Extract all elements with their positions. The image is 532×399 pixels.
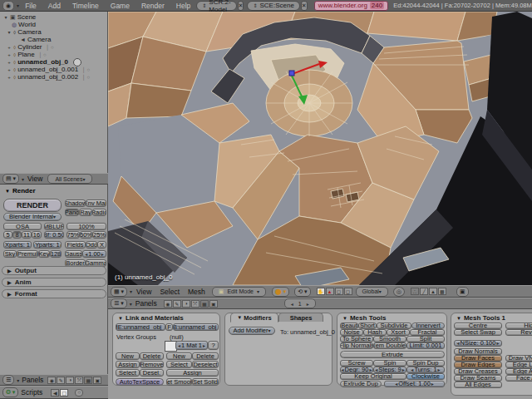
fields-toggle[interactable]: Fields bbox=[65, 241, 86, 249]
vgroup-delete-button[interactable]: Delete bbox=[140, 352, 164, 360]
vgroup-assign-button[interactable]: Assign bbox=[116, 361, 140, 368]
menu-collapse-icon[interactable]: ▾ bbox=[130, 301, 132, 307]
steps-stepper[interactable]: ◂ Steps: 9 ▸ bbox=[373, 367, 406, 373]
fields-x-toggle[interactable]: X bbox=[97, 241, 106, 249]
material-assign-button[interactable]: Assign bbox=[166, 369, 219, 377]
mesh-name-field[interactable]: ME:unnamed_obj_0 bbox=[116, 323, 165, 331]
xsort-button[interactable]: Xsort bbox=[387, 329, 410, 336]
osa-toggle[interactable]: OSA bbox=[3, 223, 42, 230]
tab-modifiers[interactable]: ▼ Modifiers bbox=[230, 313, 278, 323]
screen-delete-button[interactable]: ✕ bbox=[238, 1, 244, 11]
vgroup-deselect-button[interactable]: Desel. bbox=[140, 369, 164, 377]
draw-creases-toggle[interactable]: Draw Creases bbox=[454, 368, 502, 375]
window-type-icon[interactable]: ▤ ▾ bbox=[2, 174, 19, 184]
stepper-right-icon[interactable]: ▸ bbox=[437, 367, 441, 372]
menu-add[interactable]: Add bbox=[42, 2, 66, 10]
outliner-row[interactable]: + ⬨ unnamed_obj_0.002 │ ○ bbox=[7, 73, 90, 81]
limit-stepper[interactable]: Limit: 0.001 bbox=[406, 342, 445, 349]
output-panel-collapsed[interactable]: ▶ Output bbox=[2, 266, 106, 275]
context-shading-icon[interactable]: ◑ bbox=[66, 377, 74, 384]
draw-seams-toggle[interactable]: Draw Seams bbox=[454, 375, 502, 382]
menu-timeline[interactable]: Timeline bbox=[66, 2, 105, 10]
spin-button[interactable]: Spin bbox=[373, 360, 406, 367]
size-75-button[interactable]: 75% bbox=[66, 231, 80, 239]
vgroup-remove-button[interactable]: Remove bbox=[140, 361, 164, 368]
collapse-icon[interactable]: ▾ bbox=[7, 29, 12, 35]
hash-button[interactable]: Hash bbox=[363, 329, 387, 336]
manipulator-translate-icon[interactable]: ▲ bbox=[326, 288, 334, 295]
stepper-right-icon[interactable]: ▸ bbox=[431, 382, 435, 387]
manipulator-center-handle[interactable] bbox=[289, 71, 294, 76]
odd-toggle[interactable]: Odd bbox=[86, 241, 97, 249]
outliner-row[interactable]: ▾ ⬨ Camera bbox=[7, 28, 42, 36]
outliner-row[interactable]: ▾ ▣ Scene bbox=[3, 13, 36, 21]
turns-stepper[interactable]: ◂ Turns: 1 ▸ bbox=[406, 367, 445, 373]
size-25-button[interactable]: 25% bbox=[92, 231, 106, 239]
window-type-icon[interactable]: ☰ bbox=[2, 375, 14, 385]
hide-button[interactable]: Hide bbox=[505, 323, 532, 329]
osa-11-button[interactable]: 11 bbox=[22, 231, 32, 239]
outliner-row[interactable]: + ⬨ Cylinder │ ○ bbox=[7, 43, 54, 51]
pivot-icon[interactable]: ⟲ ▾ bbox=[294, 287, 310, 297]
draw-faces-toggle[interactable]: Draw Faces bbox=[454, 355, 502, 362]
panels-menu[interactable]: Panels bbox=[135, 299, 157, 308]
draw-edges-toggle[interactable]: Draw Edges bbox=[454, 362, 502, 368]
context-editing-icon[interactable]: ▦ bbox=[84, 377, 92, 384]
material-question-button[interactable]: ? bbox=[208, 341, 219, 350]
radio-toggle[interactable]: Radio bbox=[92, 209, 106, 216]
object-name-field[interactable]: OB:unnamed_obj_0 bbox=[173, 323, 219, 331]
centre-button[interactable]: Centre bbox=[454, 323, 502, 329]
version-button[interactable]: www.blender.org 240 bbox=[314, 1, 389, 11]
menu-render[interactable]: Render bbox=[135, 2, 170, 10]
draw-type-icon[interactable]: ⬤ ▾ bbox=[272, 287, 289, 297]
autotexspace-toggle[interactable]: AutoTexSpace bbox=[116, 378, 164, 386]
size-50-button[interactable]: 50% bbox=[80, 231, 92, 239]
degr-stepper[interactable]: ◂ Degr: 90 ▸ bbox=[340, 367, 373, 373]
short-toggle[interactable]: Short bbox=[358, 323, 377, 329]
stepper-right-icon[interactable]: ▸ bbox=[495, 341, 500, 346]
expand-icon[interactable]: + bbox=[7, 75, 12, 80]
outliner-row[interactable]: + ⬨ unnamed_obj_0.001 │ ○ bbox=[7, 66, 90, 73]
osa-5-button[interactable]: 5 bbox=[3, 231, 12, 239]
context-script-icon[interactable]: ✎ bbox=[173, 300, 181, 308]
panels-menu[interactable]: Panels bbox=[22, 376, 43, 384]
viewport-menu-view[interactable]: View bbox=[136, 288, 151, 296]
context-editing-icon[interactable]: ▦ bbox=[200, 300, 209, 308]
panel-expand-icon[interactable]: ▶ bbox=[7, 268, 12, 273]
fake-user-button[interactable]: F bbox=[165, 323, 173, 331]
context-logic-icon[interactable]: ◉ bbox=[164, 300, 172, 308]
sky-toggle[interactable]: Sky bbox=[3, 250, 17, 258]
beaut-toggle[interactable]: Beaut bbox=[340, 323, 358, 329]
panel-header[interactable]: ▼ Link and Materials bbox=[118, 314, 184, 322]
expand-icon[interactable]: + bbox=[7, 60, 12, 65]
offset-stepper[interactable]: ◂ Offset: 1.00 ▸ bbox=[384, 381, 445, 387]
window-type-icon[interactable]: ▦ ▾ bbox=[111, 287, 127, 297]
osa-8-button[interactable]: 8 bbox=[12, 231, 22, 239]
panel-collapse-icon[interactable]: ▼ bbox=[456, 316, 461, 321]
occlude-geometry-icon[interactable]: ▩ bbox=[438, 288, 446, 295]
vgroup-select-button[interactable]: Select bbox=[116, 369, 140, 377]
panel-collapse-icon[interactable]: ▼ bbox=[5, 189, 10, 194]
size-100-button[interactable]: 100% bbox=[66, 223, 106, 230]
smooth-button[interactable]: Smooth bbox=[373, 336, 406, 342]
scene-delete-button[interactable]: ✕ bbox=[301, 1, 308, 11]
face-select-icon[interactable]: ▲ bbox=[429, 288, 437, 295]
xparts-stepper[interactable]: ◂ Xparts: 1 ▸ bbox=[3, 241, 32, 249]
premul-toggle[interactable]: Premul bbox=[17, 250, 38, 258]
buttons-page-stepper[interactable]: ◂ 1 ▸ bbox=[284, 298, 316, 308]
menu-collapse-icon[interactable]: ▾ bbox=[22, 176, 24, 182]
ray-toggle[interactable]: Ray bbox=[79, 209, 92, 216]
panel-collapse-icon[interactable]: ▼ bbox=[342, 316, 347, 321]
anim-panel-collapsed[interactable]: ▶ Anim bbox=[2, 278, 106, 287]
split-button[interactable]: Split bbox=[406, 336, 445, 342]
draw-vnormals-toggle[interactable]: Draw VNormals bbox=[505, 355, 532, 362]
shadow-toggle[interactable]: Shadow bbox=[65, 200, 86, 207]
script-run-button[interactable]: ○ bbox=[75, 389, 83, 397]
material-delete-button[interactable]: Delete bbox=[192, 352, 219, 360]
material-deselect-button[interactable]: Deselect bbox=[192, 361, 219, 368]
noise-button[interactable]: Noise bbox=[340, 329, 363, 336]
stepper-right-icon[interactable]: ▸ bbox=[368, 367, 372, 372]
scripts-window-icon[interactable]: ❂ ▾ bbox=[2, 387, 18, 397]
spin-dup-button[interactable]: Spin Dup bbox=[406, 360, 445, 367]
context-scene-icon[interactable]: ▣ bbox=[93, 377, 101, 384]
